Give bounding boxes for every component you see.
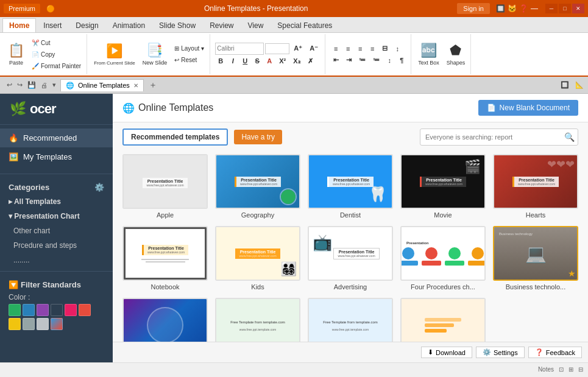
underline-button[interactable]: U	[239, 56, 250, 66]
template-dentist[interactable]: 🦷 Presentation Title www.free.ppt.whatev…	[308, 154, 393, 219]
swatch-pink[interactable]	[65, 304, 77, 316]
toolbar-icon-1[interactable]: 🔲	[496, 4, 505, 13]
add-tab-button[interactable]: ＋	[146, 80, 160, 91]
strikethrough-button[interactable]: S	[252, 56, 263, 66]
sort[interactable]: ↕	[384, 55, 395, 65]
template-advertising[interactable]: 📺 Presentation Title www.free.ppt.whatev…	[308, 226, 393, 291]
tab-home[interactable]: Home	[2, 18, 36, 32]
download-button[interactable]: ⬇ Download	[421, 347, 472, 358]
shapes-button[interactable]: ⬟ Shapes	[444, 36, 469, 72]
presentation-chart-item[interactable]: ▾ Presentation Chart	[0, 209, 113, 224]
template-notebook[interactable]: Presentation Title www.free.ppt.whatever…	[122, 226, 208, 291]
swatch-gradient[interactable]	[51, 318, 63, 330]
sidebar-item-my-templates[interactable]: 🖼️ My Templates	[0, 147, 113, 166]
template-apple[interactable]: Presentation Title www.free.ppt.whatever…	[122, 154, 208, 219]
bullets[interactable]: ≔	[356, 55, 369, 65]
cut-button[interactable]: ✂️ Cut	[29, 38, 84, 48]
swatch-gray[interactable]	[23, 318, 35, 330]
search-input[interactable]	[420, 129, 578, 146]
all-templates-item[interactable]: ▸ All Templates	[0, 194, 113, 209]
copy-button[interactable]: 📄 Copy	[29, 49, 84, 60]
more-items[interactable]: ........	[0, 253, 113, 267]
reset-button[interactable]: ↩ Reset	[171, 55, 207, 65]
align-right[interactable]: ≡	[355, 44, 366, 54]
font-size-increase[interactable]: A⁺	[291, 43, 305, 54]
feedback-button[interactable]: ❓ Feedback	[528, 347, 582, 358]
tab-extra-btn2[interactable]: 📐	[573, 80, 586, 90]
tab-specialfeatures[interactable]: Special Features	[271, 18, 339, 32]
subscript-button[interactable]: X₂	[290, 56, 303, 66]
template-movie[interactable]: 🎬 Presentation Title www.free.ppt.whatev…	[400, 154, 486, 219]
new-blank-button[interactable]: 📄 New Blank Document	[478, 100, 578, 116]
show-marks[interactable]: ¶	[396, 55, 407, 65]
quick-access-redo[interactable]: ↪	[15, 80, 24, 90]
toolbar-icon-4[interactable]: —	[531, 4, 538, 13]
new-slide-button[interactable]: 📑 New Slide	[140, 36, 171, 72]
indent-less[interactable]: ⇤	[330, 55, 342, 65]
swatch-purple[interactable]	[37, 304, 49, 316]
tab-extra-btn1[interactable]: 🔲	[559, 80, 571, 90]
layout-button[interactable]: ⊞ Layout▾	[171, 43, 207, 54]
minimize-button[interactable]: ─	[545, 4, 558, 13]
from-current-slide-button[interactable]: ▶️ From Current Slide	[91, 36, 138, 72]
swatch-light-gray[interactable]	[37, 318, 49, 330]
have-try-button[interactable]: Have a try	[234, 130, 282, 144]
template-kids[interactable]: 👨‍👩‍👧‍👦 Presentation Title www.free.ppt.…	[215, 226, 300, 291]
tab-insert[interactable]: Insert	[37, 18, 68, 32]
other-chart-item[interactable]: Other chart	[0, 224, 113, 238]
settings-icon[interactable]: ⚙️	[94, 183, 104, 192]
settings-button[interactable]: ⚙️ Settings	[476, 347, 525, 358]
bold-button[interactable]: B	[215, 56, 226, 66]
line-spacing[interactable]: ↕	[392, 44, 403, 54]
template-t11[interactable]	[122, 298, 208, 342]
procedure-steps-item[interactable]: Prcedure and steps	[0, 238, 113, 253]
template-t13[interactable]: Free Template from template.com www.free…	[308, 298, 393, 342]
sidebar-item-recommended[interactable]: 🔥 Recommended	[0, 129, 113, 147]
toolbar-icon-3[interactable]: ❓	[519, 4, 528, 13]
search-icon[interactable]: 🔍	[564, 132, 575, 142]
template-hearts[interactable]: ❤❤❤ Presentation Title www.free.ppt.what…	[493, 154, 578, 219]
recommended-templates-button[interactable]: Recommended templates	[122, 129, 228, 146]
font-name-input[interactable]	[215, 43, 264, 55]
quick-access-save[interactable]: 💾	[26, 80, 38, 90]
template-biztech[interactable]: 💻 Business technology ★ Business technol…	[493, 226, 578, 291]
template-geography[interactable]: Presentation Title www.free.ppt.whatever…	[215, 154, 300, 219]
font-size-input[interactable]	[265, 43, 289, 54]
font-size-decrease[interactable]: A⁻	[306, 43, 321, 54]
indent-more[interactable]: ⇥	[343, 55, 355, 65]
maximize-button[interactable]: □	[559, 4, 571, 13]
quick-access-undo[interactable]: ↩	[5, 80, 14, 90]
align-left[interactable]: ≡	[330, 44, 341, 54]
align-justify[interactable]: ≡	[367, 44, 378, 54]
view-icon-3[interactable]: ⊟	[578, 366, 583, 373]
format-painter-button[interactable]: 🖌️ Format Painter	[29, 61, 84, 71]
paste-button[interactable]: 📋 Paste	[5, 36, 27, 72]
clear-format-button[interactable]: ✗	[305, 56, 316, 66]
swatch-yellow[interactable]	[9, 318, 21, 330]
font-color-button[interactable]: A	[264, 56, 275, 66]
quick-access-print[interactable]: 🖨	[39, 80, 49, 90]
doc-tab-close[interactable]: ✕	[133, 82, 138, 89]
text-box-button[interactable]: 🔤 Text Box	[415, 36, 442, 72]
swatch-red[interactable]	[79, 304, 91, 316]
numbering[interactable]: ≔	[370, 55, 383, 65]
swatch-green[interactable]	[9, 304, 21, 316]
tab-view[interactable]: View	[241, 18, 271, 32]
col-count[interactable]: ⊟	[379, 43, 391, 54]
tab-design[interactable]: Design	[69, 18, 105, 32]
close-button[interactable]: ✕	[572, 4, 584, 13]
sign-in-button[interactable]: Sign in	[457, 3, 490, 14]
toolbar-icon-2[interactable]: 🐱	[508, 4, 517, 13]
tab-slideshow[interactable]: Slide Show	[152, 18, 202, 32]
quick-access-more[interactable]: ▾	[51, 80, 58, 90]
view-icon-1[interactable]: ⊡	[559, 366, 564, 373]
view-icon-2[interactable]: ⊞	[569, 366, 573, 373]
template-t14[interactable]	[400, 298, 486, 342]
premium-button[interactable]: Premium	[4, 4, 40, 13]
align-center[interactable]: ≡	[342, 44, 353, 54]
template-t12[interactable]: Free Template from template.com www.free…	[215, 298, 300, 342]
swatch-black[interactable]	[51, 304, 63, 316]
tab-review[interactable]: Review	[203, 18, 240, 32]
template-fourproc[interactable]: Presentation	[400, 226, 486, 291]
italic-button[interactable]: I	[227, 56, 238, 66]
